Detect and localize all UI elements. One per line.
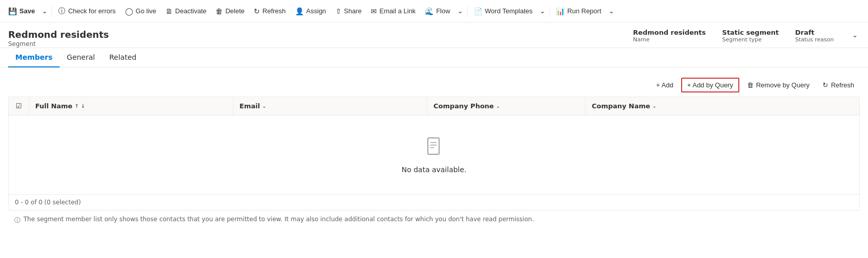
deactivate-button[interactable]: 🗎 Deactivate [161,5,210,18]
company-label: Company Name [592,102,650,110]
content-area: + Add + Add by Query 🗑 Remove by Query ↻… [0,67,868,236]
meta-status-reason-label: Status reason [795,36,834,43]
add-label: + Add [656,81,673,89]
col-phone[interactable]: Company Phone ⌄ [427,97,586,115]
assign-icon: 👤 [295,7,304,15]
go-live-label: Go live [136,7,156,15]
run-report-button[interactable]: 📊 Run Report [552,5,605,18]
meta-status-reason: Draft Status reason [795,29,834,43]
share-button[interactable]: ⇧ Share [331,5,366,18]
col-fullname[interactable]: Full Name ↑ ↓ [29,97,233,115]
flow-button[interactable]: 🌊 Flow [421,5,454,18]
page-header: Redmond residents Segment Redmond reside… [0,22,868,48]
divider-3 [549,6,550,16]
share-label: Share [344,7,362,15]
meta-name-value: Redmond residents [633,29,706,36]
deactivate-label: Deactivate [175,7,206,15]
header-checkbox[interactable]: ☑ [16,102,22,110]
tabs: Members General Related [0,48,868,67]
col-email[interactable]: Email ⌄ [233,97,427,115]
share-icon: ⇧ [335,7,342,15]
page-meta: Redmond residents Name Static segment Se… [633,29,860,47]
go-live-button[interactable]: ◯ Go live [121,5,160,18]
word-templates-chevron[interactable]: ⌄ [538,5,547,17]
meta-segment-type-value: Static segment [722,29,779,36]
word-templates-label: Word Templates [485,7,533,15]
members-action-bar: + Add + Add by Query 🗑 Remove by Query ↻… [8,74,860,97]
add-by-query-button[interactable]: + Add by Query [681,78,739,92]
remove-by-query-button[interactable]: 🗑 Remove by Query [741,78,815,92]
save-button[interactable]: 💾 Save [4,5,39,18]
col-company[interactable]: Company Name ⌄ [586,97,859,115]
delete-label: Delete [225,7,245,15]
grid-refresh-icon: ↻ [823,81,828,89]
email-chevron: ⌄ [262,103,266,109]
assign-label: Assign [306,7,326,15]
flow-label: Flow [436,7,450,15]
save-chevron[interactable]: ⌄ [40,5,50,17]
delete-button[interactable]: 🗑 Delete [211,5,249,18]
check-errors-button[interactable]: ⓘ Check for errors [54,4,119,18]
meta-segment-type: Static segment Segment type [722,29,779,43]
grid-footer: 0 - 0 of 0 (0 selected) [9,194,859,210]
grid-refresh-button[interactable]: ↻ Refresh [817,78,860,92]
col-checkbox[interactable]: ☑ [9,97,29,115]
empty-state: No data available. [9,115,859,194]
run-report-chevron[interactable]: ⌄ [607,5,616,17]
company-chevron: ⌄ [652,103,656,109]
refresh-label: Refresh [262,7,286,15]
save-icon: 💾 [8,7,17,15]
word-templates-icon: 📄 [474,7,483,15]
refresh-button[interactable]: ↻ Refresh [250,5,290,18]
page-title-section: Redmond residents Segment [8,29,109,48]
tab-related[interactable]: Related [102,48,143,67]
assign-button[interactable]: 👤 Assign [291,5,330,18]
meta-status-reason-value: Draft [795,29,834,36]
divider-2 [467,6,468,16]
fullname-sort-asc: ↑ [75,103,79,109]
run-report-label: Run Report [567,7,601,15]
delete-icon: 🗑 [215,7,223,15]
save-label: Save [19,7,35,15]
email-link-icon: ✉ [371,7,377,15]
empty-icon [424,136,444,160]
empty-text: No data available. [401,166,466,174]
add-button[interactable]: + Add [650,78,679,92]
info-note-icon: ⓘ [14,216,20,225]
divider-1 [52,6,52,16]
tab-members[interactable]: Members [8,48,60,67]
meta-name: Redmond residents Name [633,29,706,43]
remove-by-query-label: Remove by Query [756,81,810,89]
email-link-button[interactable]: ✉ Email a Link [367,5,420,18]
phone-label: Company Phone [433,102,494,110]
deactivate-icon: 🗎 [165,7,173,15]
toolbar: 💾 Save ⌄ ⓘ Check for errors ◯ Go live 🗎 … [0,0,868,22]
check-errors-label: Check for errors [68,7,115,15]
fullname-sort-desc: ↓ [81,103,85,109]
info-note-text: The segment member list only shows those… [23,216,534,223]
record-count: 0 - 0 of 0 (0 selected) [15,199,81,206]
grid-header: ☑ Full Name ↑ ↓ Email ⌄ Company Phone ⌄ … [9,97,859,115]
svg-rect-0 [428,138,439,154]
run-report-icon: 📊 [556,7,565,15]
email-label: Email [239,102,260,110]
refresh-icon: ↻ [254,7,260,15]
flow-icon: 🌊 [425,7,433,15]
word-templates-button[interactable]: 📄 Word Templates [470,5,537,18]
add-by-query-label: + Add by Query [687,81,733,89]
meta-name-label: Name [633,36,706,43]
flow-chevron[interactable]: ⌄ [455,5,465,17]
go-live-icon: ◯ [125,7,133,15]
tab-general[interactable]: General [60,48,102,67]
email-link-label: Email a Link [379,7,416,15]
page-subtitle: Segment [8,40,109,48]
grid-refresh-label: Refresh [831,81,854,89]
page-meta-chevron[interactable]: ⌄ [850,29,860,41]
meta-segment-type-label: Segment type [722,36,779,43]
fullname-label: Full Name [35,102,73,110]
check-errors-icon: ⓘ [58,7,65,16]
remove-by-query-icon: 🗑 [747,81,754,89]
phone-chevron: ⌄ [496,103,500,109]
data-grid: ☑ Full Name ↑ ↓ Email ⌄ Company Phone ⌄ … [8,97,860,210]
info-note: ⓘ The segment member list only shows tho… [8,210,860,230]
